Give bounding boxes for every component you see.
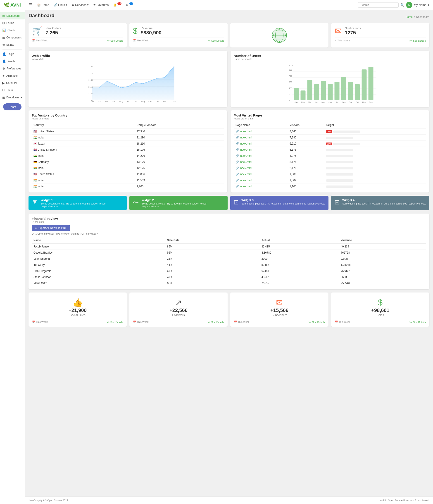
svg-text:Oct: Oct: [156, 100, 159, 103]
bottom-stat-value: +21,900: [32, 307, 123, 313]
nav-services[interactable]: ⚙ Services ▾: [70, 3, 90, 7]
bottom-see-details[interactable]: >> See Details: [309, 321, 325, 324]
nav-home[interactable]: 🏠 Home: [36, 3, 51, 7]
table-row[interactable]: Stella Johnson49%4366296535: [32, 274, 426, 280]
bottom-stats-row: 👍 +21,900 Social Likes 📅 This Week >> Se…: [28, 292, 429, 327]
table-row[interactable]: Ina Curry44%534621,75938: [32, 262, 426, 268]
nav-links[interactable]: 🔗 Links ▾: [53, 3, 69, 7]
stat-card-revenue: $ Revenue $880,900 📅 This Week >> See De…: [129, 23, 228, 47]
table-row: 🔗 index.html 1,886: [234, 171, 426, 177]
bottom-stat-icon: ✉: [234, 298, 325, 307]
sidebar-item-label: Preferences: [7, 67, 21, 70]
sidebar-item-components[interactable]: ⊞ Components: [0, 34, 25, 41]
table-row: 🔗 index.html 8,340 25%: [234, 128, 426, 135]
page-link[interactable]: 🔗 index.html: [235, 166, 286, 170]
table-row: 🇩🇪 Germany13,176: [32, 159, 224, 165]
search-input[interactable]: [358, 2, 399, 8]
nav-favorites[interactable]: ★ Favorites: [92, 3, 110, 7]
svg-text:Jul: Jul: [336, 101, 338, 103]
svg-text:Mar: Mar: [105, 100, 108, 103]
page-link[interactable]: 🔗 index.html: [235, 142, 286, 145]
notify-see-details[interactable]: >> See Details: [409, 39, 426, 42]
table-row[interactable]: Maria Ortiz65%76555258546: [32, 280, 426, 286]
sidebar-item-label: Blank: [7, 89, 13, 92]
table-row[interactable]: Cecelia Bradley55%4,36780765728: [32, 250, 426, 256]
widget-title-1: Widget 1: [41, 198, 124, 202]
notify-title: Notifications: [345, 27, 361, 30]
sidebar-item-login[interactable]: 👤 Login: [0, 50, 25, 58]
col-country: Country: [32, 122, 135, 128]
page-link[interactable]: 🔗 index.html: [235, 148, 286, 151]
table-row: 🇮🇳 India21,280: [32, 135, 224, 141]
table-row[interactable]: Leah Sherman23%230022437: [32, 256, 426, 262]
nav-messages[interactable]: ✉ 21: [125, 3, 135, 7]
sidebar-item-carousel[interactable]: ▶ Carousel: [0, 79, 25, 87]
charts-row: Web Traffic Visitor data 1130 1140 1150 …: [28, 51, 429, 107]
col-v: Visitors: [288, 122, 324, 128]
revenue-see-details[interactable]: >> See Details: [208, 39, 224, 42]
svg-text:Aug: Aug: [141, 100, 144, 103]
sidebar-item-preferences[interactable]: ⚙ Preferences: [0, 65, 25, 72]
page-link[interactable]: 🔗 index.html: [235, 179, 286, 182]
sidebar-item-profile[interactable]: 👤 Profile: [0, 58, 25, 65]
user-menu[interactable]: M My Name ▾: [406, 2, 429, 8]
sidebar-item-animation[interactable]: ✦ Animation: [0, 72, 25, 79]
badge-25: 25%: [326, 130, 332, 133]
page-link[interactable]: 🔗 index.html: [235, 130, 286, 133]
table-row[interactable]: Lida Fitzgerald65%67453765377: [32, 268, 426, 274]
stat-card-orders: 🛒 New Orders 7,265 📅 This Week >> See De…: [28, 23, 127, 47]
flag-icon: 🇺🇸: [34, 173, 37, 176]
web-traffic-title: Web Traffic: [32, 54, 224, 58]
bottom-stat-label: Followers: [133, 313, 224, 317]
svg-text:500: 500: [289, 81, 292, 83]
revenue-icon: $: [133, 26, 137, 36]
svg-text:Dec: Dec: [369, 101, 373, 103]
bottom-stat-1: ↗ +22,566 Followers 📅 This Week >> See D…: [129, 292, 228, 327]
page-link[interactable]: 🔗 index.html: [235, 173, 286, 176]
table-row: 🇮🇳 India12,176: [32, 165, 224, 171]
table-row: 🔗 index.html 6,210 25%: [234, 141, 426, 147]
most-visited-table: Page Name Visitors Target 🔗 index.html 8…: [234, 122, 426, 189]
stat-card-globe: [230, 23, 328, 47]
sidebar-item-dropdown[interactable]: ⊞ Dropdown ▼: [0, 94, 25, 101]
export-button[interactable]: ⬇ Export All Rows To PDF: [32, 225, 70, 231]
table-row: 🔗 index.html 1,100: [234, 183, 426, 189]
svg-text:1160: 1160: [89, 79, 93, 81]
reset-button[interactable]: Reset: [3, 103, 22, 110]
orders-see-details[interactable]: >> See Details: [107, 39, 123, 42]
page-link[interactable]: 🔗 index.html: [235, 185, 286, 188]
bottom-see-details[interactable]: >> See Details: [208, 321, 224, 324]
sidebar-item-dashboard[interactable]: ⊞ Dashboard: [0, 12, 25, 19]
web-traffic-subtitle: Visitor data: [32, 58, 224, 60]
forms-icon: ⊟: [2, 21, 5, 25]
bottom-stat-label: Subscribers: [234, 313, 325, 317]
svg-text:Apr: Apr: [112, 100, 115, 103]
bottom-footer-label: 📅 This Week: [335, 321, 351, 324]
flag-icon: 🇺🇸: [34, 130, 37, 133]
bottom-see-details[interactable]: >> See Details: [409, 321, 426, 324]
search-icon[interactable]: 🔍: [400, 3, 404, 7]
breadcrumb-home[interactable]: Home: [406, 15, 413, 18]
dashboard-icon: ⊞: [2, 14, 5, 18]
bottom-stat-2: ✉ +15,566 Subscribers 📅 This Week >> See…: [230, 292, 328, 327]
bottom-see-details[interactable]: >> See Details: [107, 321, 123, 324]
nav-notifications[interactable]: 🔔 12: [112, 3, 123, 7]
page-link[interactable]: 🔗 index.html: [235, 136, 286, 139]
users-chart-subtitle: Users per month: [234, 58, 426, 60]
breadcrumb: Home / Dashboard: [406, 15, 429, 18]
table-row[interactable]: Jacob Jensen85%32,43540,234: [32, 243, 426, 250]
sidebar-item-extras[interactable]: ⊕ Extras: [0, 41, 25, 48]
table-row: 🇯🇵 Japan18,210: [32, 141, 224, 147]
financial-title: Financial review: [32, 217, 426, 221]
page-link[interactable]: 🔗 index.html: [235, 160, 286, 163]
sidebar-item-charts[interactable]: 📊 Charts: [0, 27, 25, 34]
preferences-icon: ⚙: [2, 67, 5, 70]
services-dropdown-icon: ▾: [87, 3, 89, 7]
avatar: M: [406, 2, 412, 8]
sidebar-item-blank[interactable]: ☐ Blank: [0, 87, 25, 94]
footer-right: AVNI - Open Source Bootstrap 5 dashboard: [380, 499, 428, 502]
page-link[interactable]: 🔗 index.html: [235, 154, 286, 157]
flag-icon: 🇮🇳: [34, 136, 37, 139]
sidebar-item-forms[interactable]: ⊟ Forms: [0, 19, 25, 27]
hamburger-icon[interactable]: ☰: [28, 2, 32, 8]
